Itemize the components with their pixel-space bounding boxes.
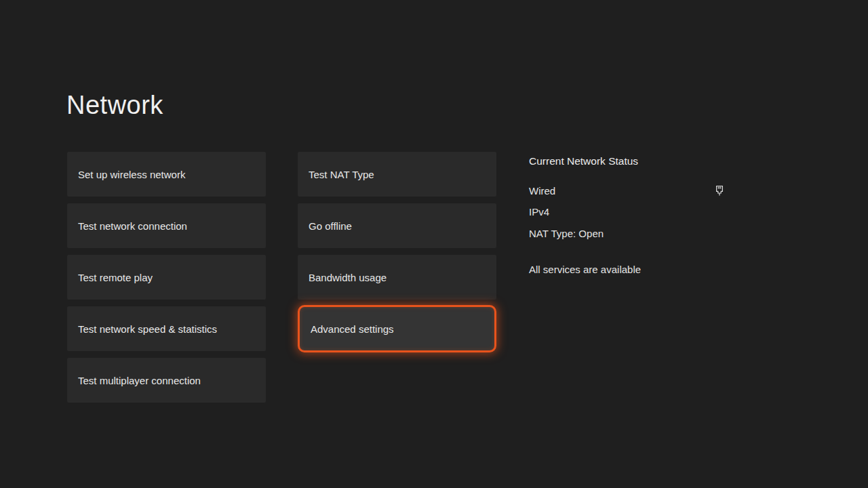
- menu-button-test-remote-play[interactable]: Test remote play: [67, 255, 266, 300]
- menu-button-label: Test multiplayer connection: [78, 375, 201, 386]
- connection-type-row: Wired: [529, 185, 727, 197]
- ip-version-row: IPv4: [529, 206, 727, 218]
- menu-button-label: Test remote play: [78, 272, 153, 283]
- page-title: Network: [66, 91, 163, 120]
- menu-button-label: Test network speed & statistics: [78, 323, 217, 335]
- menu-column-right: Test NAT Type Go offline Bandwidth usage…: [298, 152, 496, 351]
- services-status-label: All services are available: [529, 264, 641, 275]
- menu-button-test-multiplayer-connection[interactable]: Test multiplayer connection: [67, 358, 266, 403]
- menu-button-label: Set up wireless network: [78, 169, 185, 180]
- network-status-panel: Current Network Status Wired IPv4 NAT Ty…: [529, 155, 727, 275]
- ip-version-label: IPv4: [529, 206, 549, 218]
- menu-button-go-offline[interactable]: Go offline: [298, 203, 496, 248]
- menu-button-label: Test network connection: [78, 220, 187, 232]
- menu-button-label: Go offline: [309, 220, 352, 232]
- services-status-row: All services are available: [529, 264, 727, 275]
- menu-button-set-up-wireless-network[interactable]: Set up wireless network: [67, 152, 266, 197]
- menu-button-label: Bandwidth usage: [309, 272, 387, 283]
- network-settings-screen: Network Set up wireless network Test net…: [0, 0, 868, 488]
- nat-type-label: NAT Type: Open: [529, 228, 604, 239]
- menu-button-label: Test NAT Type: [309, 169, 374, 180]
- menu-button-bandwidth-usage[interactable]: Bandwidth usage: [298, 255, 496, 300]
- menu-button-advanced-settings[interactable]: Advanced settings: [298, 305, 496, 352]
- connection-type-label: Wired: [529, 185, 555, 197]
- nat-type-row: NAT Type: Open: [529, 228, 727, 239]
- status-heading: Current Network Status: [529, 155, 727, 167]
- menu-column-left: Set up wireless network Test network con…: [67, 152, 266, 403]
- menu-button-test-network-connection[interactable]: Test network connection: [67, 203, 266, 248]
- menu-button-test-network-speed-statistics[interactable]: Test network speed & statistics: [67, 306, 266, 351]
- ethernet-plug-icon: [715, 185, 724, 197]
- menu-button-test-nat-type[interactable]: Test NAT Type: [298, 152, 496, 197]
- menu-button-label: Advanced settings: [311, 323, 394, 335]
